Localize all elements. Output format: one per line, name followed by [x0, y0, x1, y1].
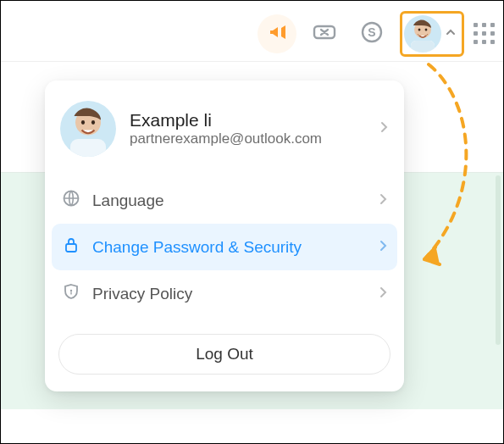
account-menu-trigger[interactable] — [400, 11, 464, 57]
shield-icon — [62, 282, 80, 305]
coupon-button[interactable] — [305, 14, 344, 53]
avatar-small — [404, 15, 441, 53]
svg-point-16 — [70, 290, 72, 291]
logout-label: Log Out — [196, 345, 253, 363]
lock-icon — [62, 236, 80, 258]
svg-text:S: S — [368, 25, 375, 39]
menu-item-security[interactable]: Change Password & Security — [52, 224, 397, 270]
svg-rect-6 — [411, 41, 435, 53]
menu-item-privacy[interactable]: Privacy Policy — [52, 270, 397, 317]
top-toolbar: S — [1, 1, 503, 62]
profile-email: partnerexample@outlook.com — [130, 130, 322, 147]
chevron-right-icon — [379, 238, 387, 257]
toolbar-controls: S — [258, 11, 496, 57]
menu-item-label: Change Password & Security — [92, 238, 302, 257]
chevron-right-icon — [379, 119, 389, 138]
account-dropdown: Example li partnerexample@outlook.com La… — [45, 80, 404, 391]
profile-name: Example li — [130, 110, 322, 130]
balance-button[interactable]: S — [352, 14, 391, 53]
profile-text: Example li partnerexample@outlook.com — [130, 110, 322, 147]
apps-grid-button[interactable] — [473, 22, 496, 46]
announcement-button[interactable] — [258, 14, 296, 53]
svg-point-12 — [81, 120, 85, 125]
speaker-icon — [267, 22, 287, 46]
svg-point-8 — [425, 28, 428, 31]
coin-icon: S — [359, 19, 385, 48]
chevron-right-icon — [379, 285, 387, 303]
chevron-right-icon — [379, 191, 387, 210]
svg-rect-17 — [70, 292, 71, 295]
menu-item-label: Privacy Policy — [92, 285, 192, 303]
svg-point-7 — [418, 28, 421, 31]
menu-item-label: Language — [92, 191, 164, 210]
menu-item-language[interactable]: Language — [52, 177, 397, 224]
menu: Language Change Password & Security Priv… — [45, 174, 404, 320]
svg-point-13 — [91, 120, 95, 125]
scrollbar-hint — [496, 175, 501, 345]
avatar-large — [60, 101, 116, 157]
svg-rect-11 — [70, 139, 106, 157]
logout-button[interactable]: Log Out — [58, 334, 390, 375]
chevron-up-icon — [445, 26, 457, 42]
coupon-icon — [312, 19, 337, 48]
profile-row[interactable]: Example li partnerexample@outlook.com — [45, 96, 404, 174]
globe-icon — [62, 189, 80, 212]
svg-rect-15 — [66, 244, 76, 252]
